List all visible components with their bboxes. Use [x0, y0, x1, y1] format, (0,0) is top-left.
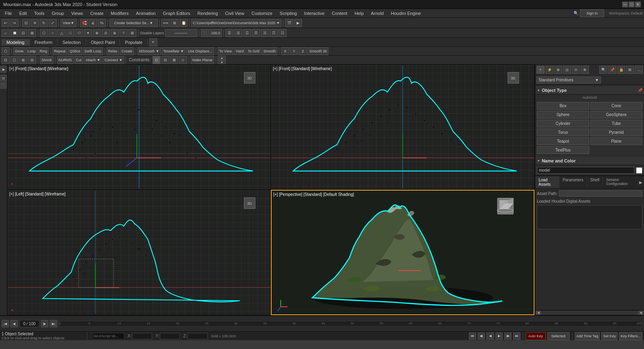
grow-btn[interactable]: Grow — [13, 47, 25, 55]
add-time-tag-btn[interactable]: Add Time Tag — [575, 332, 600, 340]
rp-expand-btn[interactable]: ⊞ — [626, 66, 634, 74]
repeat-btn[interactable]: Repeat — [52, 47, 67, 55]
percent-snap[interactable]: % — [98, 19, 106, 27]
nurms-btn[interactable]: NURMS — [57, 56, 74, 64]
scale-button[interactable]: ⤢ — [49, 19, 57, 27]
hard-btn[interactable]: Hard — [234, 47, 246, 55]
smooth-btn[interactable]: Smooth — [262, 47, 277, 55]
rp-more-btn[interactable]: … — [635, 66, 643, 74]
toolbar2-btn5[interactable]: ⬡ — [40, 29, 48, 37]
select-button[interactable]: ⊡ — [22, 19, 30, 27]
maximize-button[interactable]: □ — [629, 2, 634, 7]
menu-customize[interactable]: Customize — [248, 10, 276, 17]
viewport-perspective[interactable]: [+] [Perspective] [Standard] [Default Sh… — [271, 190, 535, 315]
tab-freeform[interactable]: Freeform — [30, 39, 58, 46]
relax-btn[interactable]: Relax — [107, 47, 119, 55]
obj-type-box[interactable]: Box — [537, 102, 589, 110]
menu-group[interactable]: Group — [48, 10, 67, 17]
menu-views[interactable]: Views — [68, 10, 86, 17]
create-selection-dropdown[interactable]: Create Selection Se... ▼ — [109, 19, 158, 27]
viewport-front-left[interactable]: [+] [Front] [Standard] [Wireframe] — [7, 64, 271, 190]
obj-type-cylinder[interactable]: Cylinder — [537, 120, 589, 127]
scrollbar-track[interactable] — [541, 311, 639, 314]
pb-end[interactable]: ⏭ — [513, 332, 520, 340]
r2-icon4[interactable]: ⊟ — [28, 56, 36, 64]
standard-primitives-dropdown[interactable]: Standard Primitives ▼ — [537, 77, 601, 83]
menu-houdini[interactable]: Houdini Engine — [388, 10, 424, 17]
selected-btn[interactable]: Selected — [547, 332, 570, 340]
move-button[interactable]: ✛ — [31, 19, 39, 27]
close-button[interactable]: ✕ — [635, 2, 641, 7]
make-planar-btn[interactable]: Make Planar — [191, 56, 215, 64]
modify-tab-btn[interactable]: ⚡ — [545, 66, 553, 74]
houdini-tab-shelf[interactable]: Shelf — [587, 176, 603, 188]
obj-type-sphere[interactable]: Sphere — [537, 111, 589, 118]
houdini-scrollbar-right[interactable]: ▶ — [638, 176, 644, 188]
window-controls[interactable]: — □ ✕ — [622, 2, 641, 7]
r2-icon2[interactable]: ⬡ — [10, 56, 19, 64]
menu-tools[interactable]: Tools — [31, 10, 48, 17]
timeline-prev-frame[interactable]: ◀ — [10, 320, 18, 327]
y-input[interactable] — [160, 333, 180, 339]
frame-input[interactable] — [19, 320, 39, 327]
pb-next[interactable]: |▶ — [504, 332, 512, 340]
object-type-header[interactable]: ▼ Object Type 📌 — [535, 86, 644, 95]
timeline-prev-btn[interactable]: |◀ — [2, 320, 9, 327]
scroll-left-btn[interactable]: ◀ — [536, 311, 541, 315]
disable-layers-btn[interactable]: ───── — [165, 29, 197, 37]
toolbar2-btn2[interactable]: 🔲 — [10, 29, 19, 37]
path-display[interactable]: C:\Users\pdffe\OneDrive\Documents\3ds Ma… — [191, 19, 281, 27]
obj-type-geosphere[interactable]: GeoSphere — [590, 111, 643, 118]
smooth36-btn[interactable]: Smooth 36 — [308, 47, 328, 55]
r2-icon1[interactable]: ⊡ — [2, 56, 10, 64]
toolbar2-btn6[interactable]: ○ — [49, 29, 57, 37]
left-btn-2[interactable]: ⊡ — [0, 75, 7, 81]
set-key-btn[interactable]: Set Key — [601, 332, 617, 340]
use-displace-btn[interactable]: Use Displace... — [186, 47, 214, 55]
pb-prev-key[interactable]: ◀| — [478, 332, 485, 340]
redo-button[interactable]: ↪ — [10, 19, 19, 27]
key-filters-btn[interactable]: Key Filters... — [619, 332, 642, 340]
menu-rendering[interactable]: Rendering — [194, 10, 221, 17]
angle-snap[interactable]: ∡ — [89, 19, 97, 27]
attach-btn[interactable]: Attach ▼ — [84, 56, 102, 64]
obj-type-textplus[interactable]: TextPlus — [537, 146, 589, 154]
constraint-normal[interactable]: ⊹ — [179, 56, 187, 64]
render-button[interactable]: ▶ — [294, 19, 302, 27]
name-input[interactable] — [537, 167, 634, 174]
to-view-btn[interactable]: To View — [218, 47, 233, 55]
menu-civil-view[interactable]: Civil View — [222, 10, 247, 17]
obj-type-pyramid[interactable]: Pyramid — [590, 129, 643, 136]
utilities-tab-btn[interactable]: ⊗ — [581, 66, 589, 74]
layer-icon1[interactable]: ☰ — [225, 29, 233, 37]
view-dropdown[interactable]: View ▼ — [60, 19, 76, 27]
tab-object-paint[interactable]: Object Paint — [86, 39, 120, 46]
msmooth-btn[interactable]: MSmooth ▼ — [138, 47, 161, 55]
tessellate-btn[interactable]: Tessellate ▼ — [162, 47, 186, 55]
left-btn-1[interactable]: ▶ — [0, 66, 7, 73]
menu-arnold[interactable]: Arnold — [368, 10, 387, 17]
connect-btn[interactable]: Connect ▼ — [103, 56, 124, 64]
minimize-button[interactable]: — — [622, 2, 628, 7]
obj-type-cone[interactable]: Cone — [590, 102, 643, 110]
name-color-header[interactable]: ▼ Name and Color — [535, 157, 644, 165]
tab-populate[interactable]: Populate — [120, 39, 147, 46]
asset-path-input[interactable] — [559, 190, 642, 197]
toolbar2-btn11[interactable]: ⊕ — [93, 29, 101, 37]
shrink-btn[interactable]: Shrink — [40, 56, 54, 64]
qslice-btn[interactable]: QSlice — [68, 47, 82, 55]
rp-lock-btn[interactable]: 🔒 — [617, 66, 625, 74]
render-setup[interactable]: 🎬 — [285, 19, 293, 27]
toolbar2-misc1[interactable]: ⬛ — [201, 29, 209, 37]
y-axis-btn[interactable]: Y — [290, 47, 298, 55]
toolbar2-btn10[interactable]: ✦ — [84, 29, 92, 37]
constraint-edge[interactable]: ⊟ — [161, 56, 169, 64]
undo-button[interactable]: ↩ — [2, 19, 10, 27]
obj-type-teapot[interactable]: Teapot — [537, 137, 589, 145]
toolbar2-btn14[interactable]: ⌗ — [120, 29, 128, 37]
hierarchy-tab-btn[interactable]: ⊕ — [554, 66, 562, 74]
pb-start[interactable]: ⏮ — [469, 332, 476, 340]
mirror-button[interactable]: ⟺ — [161, 19, 170, 27]
toolbar2-btn8[interactable]: □ — [66, 29, 74, 37]
menu-scripting[interactable]: Scripting — [277, 10, 300, 17]
